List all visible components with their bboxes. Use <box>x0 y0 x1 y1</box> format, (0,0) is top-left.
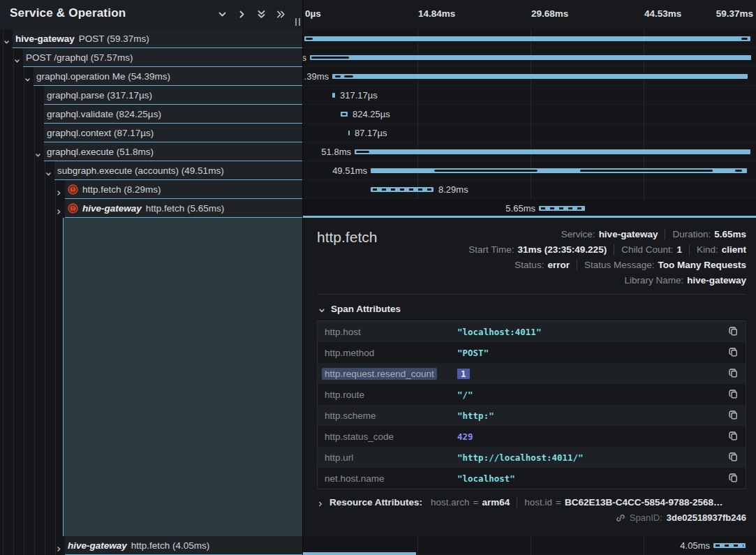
copy-button[interactable] <box>727 431 739 442</box>
timeline-row[interactable]: 5.65ms <box>303 199 756 218</box>
span-bar[interactable] <box>539 206 585 211</box>
span-bar[interactable] <box>371 187 433 192</box>
attribute-key: http.request.resend_count <box>325 369 457 379</box>
tree-row-content[interactable]: graphql.context (87.17µs) <box>44 124 303 142</box>
span-label: http.fetch (5.65ms) <box>146 203 225 214</box>
copy-icon <box>728 412 739 422</box>
tree-row[interactable]: graphql.execute (51.8ms) <box>0 142 303 161</box>
tree-row-content[interactable]: graphql.parse (317.17µs) <box>44 86 303 105</box>
tree-row-content[interactable]: graphql.validate (824.25µs) <box>44 105 303 124</box>
chevron-down-icon[interactable] <box>35 149 41 155</box>
attribute-key: http.status_code <box>325 431 457 442</box>
tree-row-content[interactable]: hive-gatewayhttp.fetch (4.05ms) <box>65 536 303 555</box>
tree-row[interactable]: http.fetch (8.29ms) <box>0 180 303 199</box>
copy-icon <box>728 433 739 443</box>
timeline-row[interactable] <box>303 29 756 48</box>
attribute-row: http.request.resend_count1 <box>318 363 746 384</box>
span-attributes-header[interactable]: Span Attributes <box>318 304 746 314</box>
tree-row-content[interactable]: POST /graphql (57.57ms) <box>23 48 303 67</box>
copy-button[interactable] <box>727 326 739 337</box>
timeline-row[interactable]: 8.29ms <box>303 180 756 199</box>
tree-row-content[interactable]: graphql.operation Me (54.39ms) <box>34 67 303 86</box>
tree-row-content[interactable]: hive-gatewayPOST (59.37ms) <box>13 29 303 48</box>
timeline-axis: 0µs14.84ms29.68ms44.53ms59.37ms <box>303 0 756 29</box>
timeline-row[interactable]: 317.17µs <box>303 86 756 105</box>
service-name: hive-gateway <box>15 34 75 44</box>
span-bar[interactable] <box>332 74 748 79</box>
axis-tick-label: 14.84ms <box>418 8 455 19</box>
copy-button[interactable] <box>727 368 739 379</box>
span-label: subgraph.execute (accounts) (49.51ms) <box>57 165 224 176</box>
timeline-row[interactable]: .39ms <box>303 67 756 86</box>
tree-row[interactable]: graphql.operation Me (54.39ms) <box>0 67 303 86</box>
partial-span-bar <box>303 552 416 555</box>
span-bar[interactable] <box>304 36 750 41</box>
bar-duration-label: s <box>303 52 306 63</box>
tree-row[interactable]: hive-gatewayPOST (59.37ms) <box>0 29 303 48</box>
bar-self-time-mark <box>580 170 713 172</box>
tree-row-content[interactable]: subgraph.execute (accounts) (49.51ms) <box>54 161 303 180</box>
tree-row[interactable]: POST /graphql (57.57ms) <box>0 48 303 67</box>
chevron-right-icon[interactable] <box>56 542 62 549</box>
span-bar[interactable] <box>348 131 350 135</box>
attribute-row: http.scheme"http:" <box>318 405 746 426</box>
tree-row[interactable]: graphql.validate (824.25µs) <box>0 105 303 124</box>
copy-button[interactable] <box>727 410 739 421</box>
span-bar[interactable] <box>310 55 751 60</box>
attribute-value: "http:" <box>457 410 727 421</box>
chevrons-down-icon[interactable] <box>256 9 267 20</box>
tree-row-content[interactable]: graphql.execute (51.8ms) <box>44 142 303 161</box>
panel-resize-handle[interactable] <box>295 18 300 26</box>
span-id-label: SpanID: <box>630 512 662 523</box>
attribute-value: "http://localhost:4011/" <box>457 452 727 463</box>
timeline-row[interactable]: s <box>303 48 756 67</box>
tree-row[interactable]: subgraph.execute (accounts) (49.51ms) <box>0 161 303 180</box>
tree-row-content[interactable]: hive-gatewayhttp.fetch (5.65ms) <box>65 199 303 218</box>
bar-duration-label: 8.29ms <box>438 184 468 195</box>
chevron-down-icon <box>318 306 325 313</box>
span-label: graphql.execute (51.8ms) <box>47 147 154 157</box>
span-bar[interactable] <box>713 543 746 548</box>
copy-button[interactable] <box>727 452 739 463</box>
bar-self-time-mark <box>735 170 742 172</box>
attribute-value: "localhost:4011" <box>457 327 727 337</box>
attribute-row: http.status_code429 <box>318 426 746 447</box>
chevrons-right-icon[interactable] <box>276 9 286 20</box>
timeline-row[interactable]: 49.51ms <box>303 161 756 180</box>
span-label: http.fetch (8.29ms) <box>82 184 161 195</box>
copy-button[interactable] <box>727 473 739 484</box>
bar-duration-label: 317.17µs <box>340 90 378 101</box>
tree-row[interactable]: hive-gatewayhttp.fetch (5.65ms) <box>0 199 303 218</box>
span-bar[interactable] <box>355 149 750 154</box>
span-meta-line: Status:errorStatus Message:Too Many Requ… <box>468 257 746 272</box>
chevron-right-icon[interactable] <box>237 9 247 20</box>
span-bar[interactable] <box>371 168 747 173</box>
chevron-down-icon[interactable] <box>24 73 31 80</box>
tree-row-content[interactable]: http.fetch (8.29ms) <box>65 180 303 199</box>
chevron-down-icon[interactable] <box>217 9 228 20</box>
chevron-down-icon[interactable] <box>3 36 10 42</box>
tree-row[interactable]: graphql.context (87.17µs) <box>0 124 303 142</box>
timeline-row[interactable]: 51.8ms <box>303 142 756 161</box>
span-bar[interactable] <box>341 112 348 117</box>
chevron-right-icon[interactable] <box>56 186 62 193</box>
chevron-right-icon[interactable] <box>56 205 62 212</box>
resource-attributes-row[interactable]: Resource Attributes:host.arch=arm64host.… <box>317 497 746 508</box>
span-title: http.fetch <box>317 229 377 246</box>
tree-row[interactable]: hive-gatewayhttp.fetch (4.05ms) <box>0 536 303 555</box>
copy-button[interactable] <box>727 389 739 400</box>
bar-dash-pattern <box>541 207 583 209</box>
chevron-down-icon[interactable] <box>14 54 20 61</box>
timeline-row[interactable]: 824.25µs <box>303 105 756 124</box>
bar-self-time-mark <box>306 38 313 40</box>
copy-button[interactable] <box>727 347 739 358</box>
chevron-down-icon[interactable] <box>45 168 52 174</box>
timeline-row[interactable]: 87.17µs <box>303 124 756 142</box>
bar-self-time-mark <box>344 75 353 77</box>
tree-row[interactable]: graphql.parse (317.17µs) <box>0 86 303 105</box>
details-divider <box>317 294 746 295</box>
tree-header: Service & Operation <box>0 0 303 29</box>
span-bar[interactable] <box>332 93 335 98</box>
attribute-key: http.url <box>325 452 457 463</box>
link-icon[interactable] <box>616 513 625 523</box>
